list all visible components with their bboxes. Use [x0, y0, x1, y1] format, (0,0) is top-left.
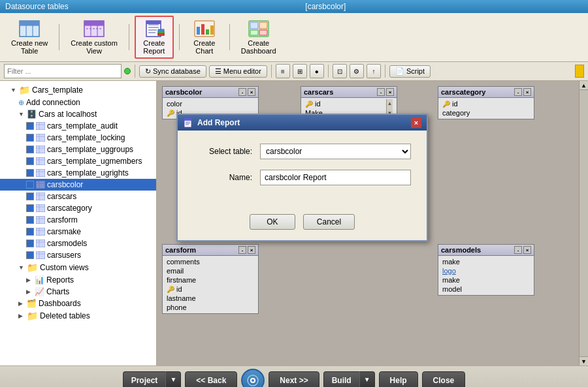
svg-rect-42 — [36, 169, 45, 177]
script-button[interactable]: 📄 Script — [389, 65, 431, 78]
create-dashboard-label2: Dashboard — [241, 47, 276, 55]
create-report-button[interactable]: Create Report — [135, 16, 174, 59]
project-dropdown-arrow[interactable]: ▼ — [165, 371, 181, 387]
close-button[interactable]: Close — [422, 371, 466, 387]
modal-body: Select table: carsbcolor carscars carsca… — [178, 131, 427, 209]
tree-item-add-connection[interactable]: ⊕ Add connection — [0, 97, 156, 108]
tree-item-audit[interactable]: cars_template_audit — [0, 120, 156, 132]
svg-rect-29 — [259, 30, 267, 35]
expand-icon: ▼ — [10, 87, 17, 93]
checkbox-carsmake[interactable] — [26, 228, 34, 236]
svg-rect-24 — [210, 25, 214, 35]
tree-item-carsmodels[interactable]: carsmodels — [0, 238, 156, 249]
tree-item-carsmake[interactable]: carsmake — [0, 226, 156, 238]
create-table-label1: Create new — [11, 39, 48, 47]
table-icon — [19, 20, 40, 38]
create-view-button[interactable]: Create custom View — [65, 16, 123, 58]
checkbox-ugmembers[interactable] — [26, 157, 34, 165]
tree-item-deleted-tables[interactable]: ▶ 📁 Deleted tables — [0, 309, 156, 322]
table-icon — [36, 216, 45, 224]
checkbox-locking[interactable] — [26, 134, 34, 142]
toolbar-sep-3 — [179, 24, 180, 50]
svg-rect-60 — [36, 240, 45, 247]
checkbox-carsusers[interactable] — [26, 251, 34, 259]
tree-item-locking[interactable]: cars_template_locking — [0, 132, 156, 144]
run-icon — [247, 375, 259, 386]
tree-item-carsusers[interactable]: carsusers — [0, 249, 156, 261]
build-dropdown-arrow[interactable]: ▼ — [359, 371, 375, 387]
checkbox-carsmodels[interactable] — [26, 240, 34, 247]
checkbox-carsform[interactable] — [26, 216, 34, 224]
checkbox-carscars[interactable] — [26, 193, 34, 200]
table-icon — [36, 240, 45, 247]
modal-close-button[interactable]: × — [411, 117, 421, 128]
table-icon — [36, 146, 45, 153]
tree-item-cars-template[interactable]: ▼ 📁 Cars_template — [0, 84, 156, 97]
form-row-name: Name: — [193, 170, 411, 185]
tree-item-dashboards[interactable]: ▶ 🗂️ Dashboards — [0, 298, 156, 309]
icon-btn-5[interactable]: ⚙ — [350, 64, 364, 78]
svg-rect-54 — [36, 216, 45, 224]
bottom-bar: Project ▼ << Back Next >> Build ▼ Help C… — [0, 365, 588, 387]
name-input[interactable] — [260, 170, 411, 185]
expand-icon: ▶ — [26, 288, 33, 295]
create-dashboard-button[interactable]: Create Dashboard — [235, 16, 282, 58]
checkbox-ugrights[interactable] — [26, 169, 34, 177]
tree-item-uggroups[interactable]: cars_template_uggroups — [0, 144, 156, 155]
svg-rect-51 — [36, 204, 45, 212]
checkbox-uggroups[interactable] — [26, 146, 34, 153]
tree-item-ugrights[interactable]: cars_template_ugrights — [0, 167, 156, 179]
toolbar-sep-4 — [229, 24, 230, 50]
reports-icon: 📊 — [35, 275, 44, 285]
checkbox-audit[interactable] — [26, 122, 34, 130]
checkbox-carsbcolor[interactable] — [26, 181, 34, 189]
project-button[interactable]: Project — [123, 371, 166, 387]
table-icon — [36, 204, 45, 212]
icon-btn-2[interactable]: ⊞ — [293, 64, 307, 78]
tree-item-carsbcolor[interactable]: carsbcolor — [0, 179, 156, 191]
create-chart-label2: Chart — [195, 47, 213, 55]
ok-button[interactable]: OK — [250, 214, 295, 230]
tree-item-carscars[interactable]: carscars — [0, 191, 156, 202]
sec-sep-2 — [271, 65, 272, 78]
icon-btn-6[interactable]: ↑ — [367, 64, 381, 78]
tree-item-charts[interactable]: ▶ 📈 Charts — [0, 286, 156, 298]
tree-item-carsform[interactable]: carsform — [0, 214, 156, 226]
icon-btn-1[interactable]: ≡ — [276, 64, 290, 78]
filter-input[interactable] — [4, 64, 122, 78]
run-button[interactable] — [241, 369, 265, 387]
svg-rect-9 — [84, 21, 104, 25]
add-icon: ⊕ — [18, 99, 24, 107]
svg-rect-19 — [158, 33, 164, 35]
svg-rect-36 — [36, 146, 45, 153]
create-chart-button[interactable]: Create Chart — [185, 16, 224, 58]
cancel-button[interactable]: Cancel — [303, 214, 355, 230]
tree-item-custom-views[interactable]: ▼ 📁 Custom views — [0, 261, 156, 274]
select-table-dropdown[interactable]: carsbcolor carscars carscategory carsfor… — [260, 144, 411, 159]
right-panel: carsbcolor - × color 🔑id carscars - × — [157, 81, 588, 365]
create-dashboard-label1: Create — [248, 39, 269, 47]
build-btn-split: Build ▼ — [323, 371, 375, 387]
svg-rect-45 — [36, 181, 45, 189]
menu-editor-button[interactable]: ☰ Menu editor — [209, 65, 267, 78]
create-chart-label1: Create — [193, 39, 215, 47]
tree-item-carscategory[interactable]: carscategory — [0, 202, 156, 214]
tree-item-reports[interactable]: ▶ 📊 Reports — [0, 274, 156, 286]
add-report-modal: Add Report × Select table: carsbcolor ca… — [176, 114, 428, 241]
icon-btn-3[interactable]: ● — [310, 64, 324, 78]
checkbox-carscategory[interactable] — [26, 204, 34, 212]
tree-item-ugmembers[interactable]: cars_template_ugmembers — [0, 155, 156, 167]
svg-rect-4 — [20, 21, 39, 25]
next-button[interactable]: Next >> — [269, 371, 319, 387]
icon-btn-4[interactable]: ⊡ — [333, 64, 347, 78]
svg-rect-26 — [250, 22, 258, 29]
create-report-label2: Report — [143, 47, 165, 55]
build-button[interactable]: Build — [323, 371, 359, 387]
tree-item-cars-at-localhost[interactable]: ▼ 🗄️ Cars at localhost — [0, 108, 156, 120]
create-table-button[interactable]: Create new Table — [5, 16, 54, 58]
deleted-folder-icon: 📁 — [27, 311, 38, 321]
back-button[interactable]: << Back — [185, 371, 237, 387]
sync-database-button[interactable]: ↻ Sync database — [139, 65, 206, 78]
svg-rect-48 — [36, 193, 45, 200]
help-button[interactable]: Help — [379, 371, 418, 387]
